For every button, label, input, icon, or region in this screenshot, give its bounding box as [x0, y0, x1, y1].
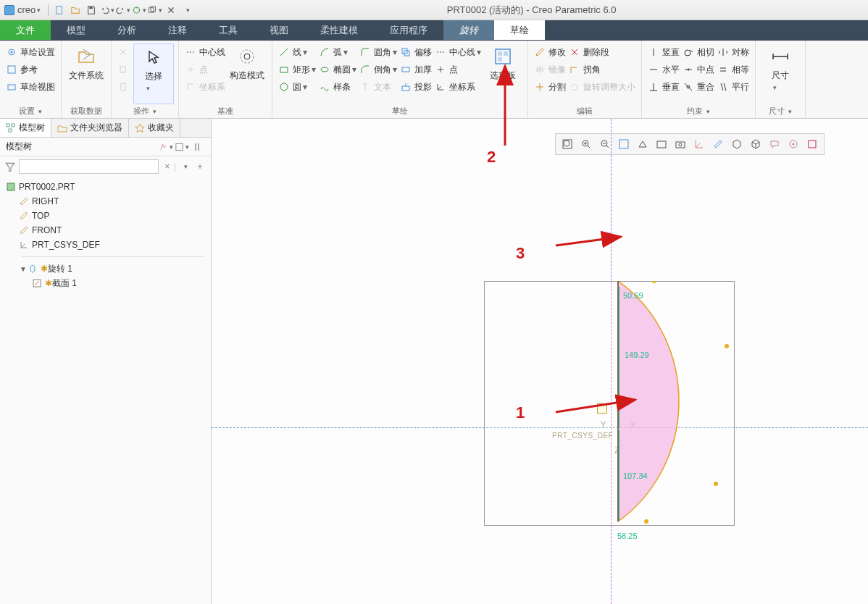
project-button[interactable]: 投影	[400, 78, 432, 96]
tree-plane-right[interactable]: RIGHT	[19, 194, 211, 209]
dim-50-59[interactable]: 50.59	[623, 291, 643, 300]
perpendicular-button[interactable]: 垂直	[648, 78, 680, 96]
menu-model[interactable]: 模型	[51, 20, 101, 40]
folder-icon	[75, 45, 98, 68]
annotation-3: 3	[516, 244, 525, 263]
plane-display-button[interactable]	[709, 135, 727, 153]
menu-tools[interactable]: 工具	[203, 20, 254, 40]
tree-tools-button[interactable]: ▾	[159, 140, 173, 154]
offset-button[interactable]: 偏移	[400, 43, 432, 61]
menu-flex[interactable]: 柔性建模	[304, 20, 374, 40]
rect-button[interactable]: 矩形 ▾	[278, 61, 316, 78]
divide-button[interactable]: 分割	[534, 78, 566, 96]
arc-button[interactable]: 弧 ▾	[319, 43, 356, 61]
save-button[interactable]	[84, 3, 99, 17]
filter-icon[interactable]	[4, 161, 16, 172]
tree-section[interactable]: ✱ 截面 1	[32, 276, 211, 290]
sketch-setup-button[interactable]: 草绘设置	[6, 43, 55, 61]
csys-tree-icon	[19, 240, 29, 250]
spin-center-button[interactable]	[785, 135, 802, 153]
vertical-button[interactable]: 竖直	[648, 43, 680, 61]
search-dropdown[interactable]: ▾	[178, 160, 191, 173]
sketch-display-button[interactable]	[804, 135, 821, 153]
redo-button[interactable]: ▾	[116, 3, 130, 17]
new-file-button[interactable]	[52, 3, 67, 17]
tangent-button[interactable]: 相切	[683, 43, 714, 61]
chamfer-button[interactable]: 倒角 ▾	[359, 61, 397, 78]
menu-annotation[interactable]: 注释	[152, 20, 203, 40]
menu-file[interactable]: 文件	[0, 20, 51, 40]
csys2-icon	[435, 81, 446, 93]
dimension-button[interactable]: 尺寸▾	[760, 43, 801, 104]
sketch-view-button[interactable]: 草绘视图	[6, 78, 55, 96]
fillet-button[interactable]: 圆角 ▾	[359, 43, 397, 61]
zoom-in-button[interactable]	[577, 135, 595, 153]
sketch-csys-button[interactable]: 坐标系	[435, 78, 481, 96]
thicken-button[interactable]: 加厚	[400, 61, 432, 78]
csys-display-button[interactable]	[690, 135, 708, 153]
tree-csys[interactable]: PRT_CSYS_DEF	[19, 238, 211, 252]
tree-display-button[interactable]: ▾	[175, 140, 189, 154]
svg-line-53	[556, 237, 621, 246]
sketch-point-button[interactable]: 点	[435, 61, 481, 78]
windows-button[interactable]: ▾	[148, 3, 162, 17]
construction-mode-button[interactable]: 构造模式	[227, 43, 267, 104]
brand-dropdown-icon[interactable]: ▾	[37, 7, 41, 14]
equal-button[interactable]: 相等	[717, 61, 749, 78]
menu-app[interactable]: 应用程序	[374, 20, 443, 40]
coincident-button[interactable]: 重合	[683, 78, 714, 96]
wireframe-button[interactable]	[728, 135, 746, 153]
line-button[interactable]: 线 ▾	[278, 43, 316, 61]
repaint-button[interactable]	[615, 135, 633, 153]
tab-folder-browser[interactable]: 文件夹浏览器	[51, 119, 129, 137]
ellipse-button[interactable]: 椭圆 ▾	[319, 61, 356, 78]
sketch-centerline-button[interactable]: 中心线 ▾	[435, 43, 481, 61]
display-style-button[interactable]	[634, 135, 651, 153]
copy-icon	[117, 64, 129, 75]
dim-149-29[interactable]: 149.29	[625, 351, 649, 359]
menu-view[interactable]: 视图	[254, 20, 304, 40]
menu-analysis[interactable]: 分析	[101, 20, 152, 40]
references-button[interactable]: 参考	[6, 61, 55, 78]
tree-plane-front[interactable]: FRONT	[19, 223, 211, 238]
corner-button[interactable]: 拐角	[569, 61, 635, 78]
circle-button[interactable]: 圆 ▾	[278, 78, 316, 96]
undo-button[interactable]: ▾	[100, 3, 114, 17]
open-button[interactable]	[68, 3, 83, 17]
tree-settings-button[interactable]	[191, 140, 205, 154]
clear-search-button[interactable]: ×	[161, 160, 174, 173]
tree-revolve-feature[interactable]: ▼✱ 旋转 1	[19, 261, 211, 276]
view-icon	[6, 81, 17, 93]
customize-dropdown[interactable]: ▾	[180, 3, 194, 17]
dim-107-34[interactable]: 107.34	[623, 471, 648, 480]
modify-button[interactable]: 修改	[534, 43, 566, 61]
tree-plane-top[interactable]: TOP	[19, 209, 211, 223]
annotation-display-button[interactable]	[766, 135, 783, 153]
tree-root[interactable]: PRT0002.PRT	[6, 180, 211, 194]
zoom-fit-button[interactable]	[559, 135, 576, 153]
search-input[interactable]	[19, 159, 159, 174]
midpoint-button[interactable]: 中点	[683, 61, 714, 78]
hidden-line-button[interactable]	[747, 135, 764, 153]
delete-segment-button[interactable]: 删除段	[569, 43, 635, 61]
graphics-canvas[interactable]: PRT_CSYS_DEF Y X Z 50.59 149.29 107.34 5…	[212, 119, 868, 604]
horizontal-button[interactable]: 水平	[648, 61, 680, 78]
symmetric-button[interactable]: 对称	[717, 43, 749, 61]
dim-58-25[interactable]: 58.25	[617, 532, 638, 540]
centerline-icon	[185, 46, 196, 58]
spline-button[interactable]: 样条	[319, 78, 356, 96]
close-window-button[interactable]	[164, 3, 178, 17]
tangent-icon	[683, 46, 694, 58]
add-filter-button[interactable]: +	[193, 160, 206, 173]
camera-button[interactable]	[672, 135, 689, 153]
datum-centerline-button[interactable]: 中心线	[185, 43, 225, 61]
select-button[interactable]: 选择▾	[133, 43, 174, 104]
filesystem-button[interactable]: 文件系统	[66, 43, 107, 104]
parallel-button[interactable]: 平行	[717, 78, 749, 96]
tab-model-tree[interactable]: 模型树	[0, 119, 51, 137]
menu-revolve[interactable]: 旋转	[443, 20, 494, 40]
regenerate-button[interactable]: ▾	[132, 3, 146, 17]
tab-favorites[interactable]: 收藏夹	[129, 119, 180, 137]
menu-sketch[interactable]: 草绘	[494, 20, 545, 40]
saved-view-button[interactable]	[653, 135, 670, 153]
